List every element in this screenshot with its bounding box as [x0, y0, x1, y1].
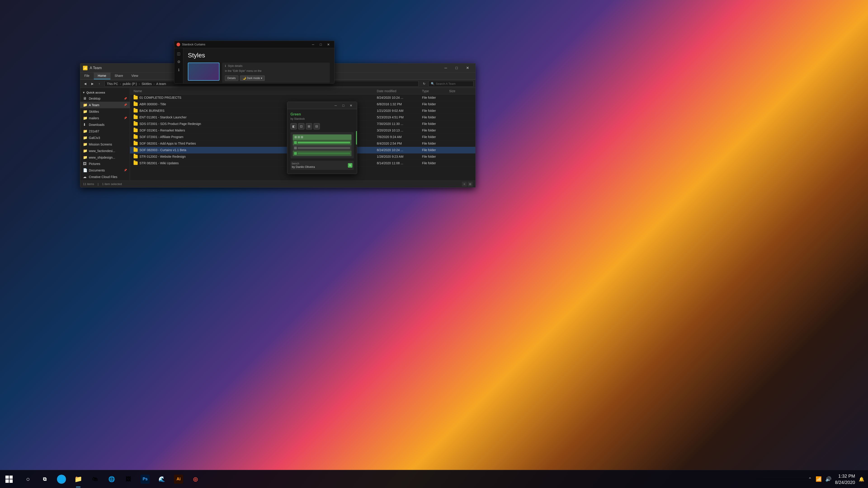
taskbar-right: ⌃ 📶 🔊 1:32 PM 8/24/2020 🔔 — [808, 473, 868, 486]
folder-icon-row — [133, 155, 138, 158]
style-details-panel: ℹ Style details in the "Edit Style" menu… — [222, 63, 330, 83]
up-button[interactable]: ↑ — [96, 81, 102, 87]
taskbar-app-other[interactable]: ◎ — [187, 470, 204, 488]
details-view-button[interactable]: ⊞ — [468, 182, 473, 187]
system-tray[interactable]: ⌃ — [808, 477, 812, 482]
sidebar-item-downloads[interactable]: ⬇ Downloads — [80, 121, 130, 128]
curtains-window: Stardock Curtains ─ □ ✕ ◫ ⚙ ℹ Styles ℹ S… — [174, 41, 335, 84]
theme-ctrl-1[interactable]: ◧ — [290, 123, 297, 129]
dark-mode-button[interactable]: 🌙 Dark mode ▾ — [240, 75, 265, 81]
sidebar-item-mailers[interactable]: 📁 mailers 📌 — [80, 115, 130, 121]
explorer-body: ▾ Quick access 🖥 Desktop 📌 📁 A Team 📌 📁 … — [80, 88, 475, 181]
moon-icon: 🌙 — [243, 76, 246, 80]
details-button[interactable]: Details — [225, 75, 238, 81]
theme-author: by Stardock — [290, 117, 354, 121]
tab-file[interactable]: File — [80, 72, 94, 79]
tab-view[interactable]: View — [127, 72, 143, 79]
info-circle-icon: ℹ — [225, 64, 226, 68]
file-row[interactable]: 01 COMPLETED PROJECTS 8/24/2020 10:24 ..… — [130, 94, 475, 101]
col-type[interactable]: Type — [422, 89, 449, 93]
taskbar-app-explorer[interactable]: 📁 — [70, 470, 86, 488]
sidebar-item-ateam[interactable]: 📁 A Team 📌 — [80, 102, 130, 108]
status-selected-count: 1 item selected — [102, 182, 122, 186]
stardock-maximize[interactable]: □ — [340, 103, 347, 108]
bench-green-icon: G — [348, 163, 352, 168]
style-details-header: ℹ Style details — [225, 64, 327, 68]
search-placeholder: Search A Team — [436, 82, 456, 86]
col-date[interactable]: Date modified — [377, 89, 422, 93]
taskbar-app-edge[interactable]: 🌐 — [53, 470, 70, 488]
preview-indicator — [294, 141, 297, 144]
statusbar-views: ≡ ⊞ — [462, 182, 473, 187]
taskbar-app-browser2[interactable]: 🌊 — [154, 470, 170, 488]
taskbar-clock[interactable]: 1:32 PM 8/24/2020 — [835, 473, 855, 486]
theme-ctrl-2[interactable]: ⊡ — [298, 123, 305, 129]
start-button[interactable] — [0, 470, 18, 488]
curtains-close[interactable]: ✕ — [325, 42, 332, 47]
taskbar-app-store[interactable]: 🛍 — [87, 470, 103, 488]
explorer-sidebar: ▾ Quick access 🖥 Desktop 📌 📁 A Team 📌 📁 … — [80, 88, 130, 181]
close-button[interactable]: ✕ — [462, 64, 473, 72]
folder-icon-2: 📁 — [83, 109, 87, 113]
sidebar-item-231x87[interactable]: 📁 231x87 — [80, 128, 130, 134]
taskbar-app-ai[interactable]: Ai — [170, 470, 187, 488]
notification-icon[interactable]: 🔔 — [859, 477, 864, 482]
curtains-sidebar-info-btn[interactable]: ℹ — [175, 66, 182, 73]
theme-ctrl-3[interactable]: ⊞ — [306, 123, 312, 129]
taskbar-app-ps[interactable]: Ps — [137, 470, 153, 488]
theme-ctrl-4[interactable]: ⊟ — [313, 123, 320, 129]
col-size[interactable]: Size — [449, 89, 472, 93]
folder-icon-row — [133, 96, 138, 99]
sidebar-item-galciv3[interactable]: 📁 GalCiv3 — [80, 134, 130, 141]
edge-icon: 🌐 — [57, 475, 66, 484]
curtains-sidebar: ◫ ⚙ ℹ — [174, 48, 183, 84]
curtains-section-title: Styles — [188, 52, 330, 59]
taskbar-app-taskview[interactable]: ⧉ — [37, 470, 53, 488]
folder-icon-4: 📁 — [83, 129, 87, 133]
list-view-button[interactable]: ≡ — [462, 182, 467, 187]
quick-access-header: ▾ Quick access — [80, 90, 130, 95]
stardock-panel-titlebar: ─ □ ✕ — [287, 102, 357, 109]
search-bar[interactable]: 🔍 Search A Team — [428, 81, 473, 87]
curtains-maximize[interactable]: □ — [317, 42, 324, 47]
sidebar-item-pictures[interactable]: 🖼 Pictures — [80, 161, 130, 167]
tab-home[interactable]: Home — [94, 72, 111, 79]
folder-icon-8: 📁 — [83, 155, 87, 160]
maximize-button[interactable]: □ — [452, 64, 462, 72]
minimize-button[interactable]: ─ — [440, 64, 451, 72]
taskbar-apps: ○ ⧉ 🌐 📁 🛍 🌐 🖼 Ps 🌊 Ai ◎ — [18, 470, 205, 488]
sidebar-item-factiondesi[interactable]: 📁 www_factiondesi... — [80, 148, 130, 154]
curtains-titlebar: Stardock Curtains ─ □ ✕ — [174, 41, 334, 48]
titlebar-controls: ─ □ ✕ — [440, 64, 473, 72]
folder-icon-row — [133, 116, 138, 119]
sidebar-item-documents[interactable]: 📄 Documents 📌 — [80, 167, 130, 173]
taskbar-app-photos[interactable]: 🖼 — [120, 470, 136, 488]
sidebar-item-desktop[interactable]: 🖥 Desktop 📌 — [80, 95, 130, 102]
stardock-close[interactable]: ✕ — [347, 103, 355, 108]
stardock-minimize[interactable]: ─ — [332, 103, 339, 108]
sidebar-item-skittles[interactable]: 📁 Skittles — [80, 108, 130, 115]
taskbar-app-search[interactable]: ○ — [20, 470, 36, 488]
wifi-icon[interactable]: 📶 — [815, 476, 822, 482]
sidebar-item-mission-screens[interactable]: 📁 Mission Screens — [80, 141, 130, 148]
sidebar-item-shipdesign[interactable]: 📁 www_shipdesign... — [80, 154, 130, 161]
curtains-minimize[interactable]: ─ — [309, 42, 317, 47]
preview-bar-2 — [298, 147, 350, 149]
explorer-statusbar: 11 items | 1 item selected ≡ ⊞ — [80, 181, 475, 187]
forward-button[interactable]: ▶ — [89, 81, 96, 87]
tab-share[interactable]: Share — [111, 72, 127, 79]
folder-icon-7: 📁 — [83, 149, 87, 153]
taskbar-app-chrome[interactable]: 🌐 — [103, 470, 120, 488]
sidebar-item-creative-cloud[interactable]: ☁ Creative Cloud Files — [80, 173, 130, 180]
back-button[interactable]: ◀ — [82, 81, 88, 87]
store-icon: 🛍 — [90, 475, 99, 484]
curtains-sidebar-settings-btn[interactable]: ⚙ — [175, 58, 182, 65]
pin-icon: 📌 — [124, 97, 127, 100]
style-details-text: in the "Edit Style" menu on the — [225, 69, 327, 73]
curtains-sidebar-styles-btn[interactable]: ◫ — [175, 50, 182, 57]
col-name[interactable]: Name — [133, 89, 377, 93]
preview-bar-1 — [298, 142, 350, 143]
refresh-button[interactable]: ↻ — [421, 81, 428, 87]
style-preview-thumbnail[interactable] — [188, 63, 219, 80]
sound-icon[interactable]: 🔊 — [825, 476, 831, 482]
